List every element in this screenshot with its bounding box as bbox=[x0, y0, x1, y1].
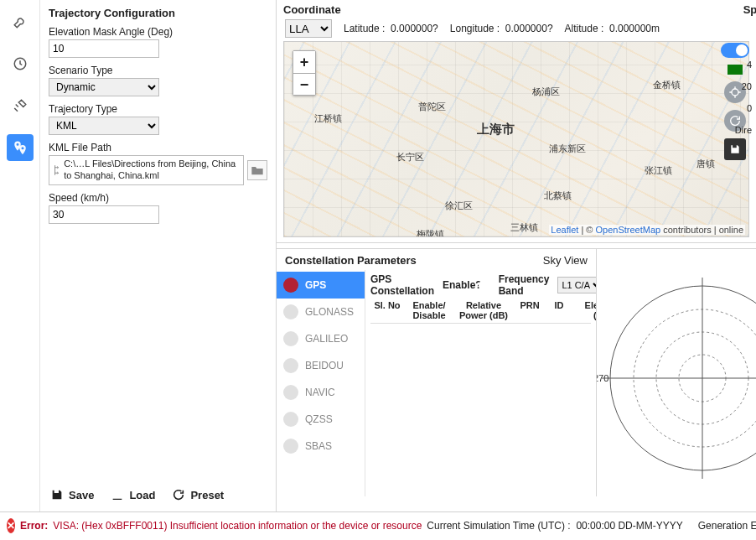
left-icon-rail bbox=[0, 0, 40, 511]
lon-value: 0.000000? bbox=[505, 23, 553, 34]
folder-icon bbox=[251, 164, 264, 176]
skyview-plot: 270 bbox=[597, 278, 756, 479]
svg-text:270: 270 bbox=[597, 373, 608, 383]
col-header: ID bbox=[546, 300, 572, 320]
gps-head-label: GPS Constellation bbox=[370, 273, 434, 297]
leaflet-link[interactable]: Leaflet bbox=[551, 225, 578, 235]
elevation-label: Elevation Mask Angle (Deg) bbox=[49, 26, 267, 38]
flag-icon bbox=[283, 358, 298, 373]
spe-val-1: 20 bbox=[725, 81, 752, 91]
constellation-nav: GPSGLONASSGALILEOBEIDOUNAVICQZSSSBAS bbox=[277, 270, 365, 496]
spe-val-2: 0 bbox=[725, 103, 752, 113]
rail-wrench[interactable] bbox=[7, 8, 34, 35]
elevation-input[interactable] bbox=[49, 39, 159, 58]
scenario-label: Scenario Type bbox=[49, 65, 267, 76]
col-header: PRN bbox=[513, 300, 546, 320]
map-place-label: 北蔡镇 bbox=[544, 190, 572, 202]
kml-path-display: C:\…L Files\Directions from Beijing, Chi… bbox=[49, 155, 244, 185]
kml-path-text: C:\…L Files\Directions from Beijing, Chi… bbox=[64, 158, 240, 182]
save-icon bbox=[729, 143, 741, 155]
load-label: Load bbox=[129, 489, 155, 501]
speed-readout-column: 4 20 0 Dire bbox=[725, 60, 752, 135]
flag-icon bbox=[283, 439, 298, 454]
col-header: Elevation (Deg) bbox=[572, 300, 596, 320]
nav-label: GLONASS bbox=[305, 306, 354, 318]
nav-label: BEIDOU bbox=[305, 360, 344, 371]
skyview-tab[interactable]: Sky View bbox=[543, 254, 588, 267]
nav-label: GALILEO bbox=[305, 333, 348, 345]
browse-folder-button[interactable] bbox=[247, 160, 267, 180]
clock-icon bbox=[13, 56, 28, 71]
freqband-select[interactable]: L1 C/A bbox=[557, 277, 596, 293]
constellation-nav-sbas[interactable]: SBAS bbox=[277, 433, 365, 460]
flag-icon bbox=[283, 278, 298, 293]
map-place-label: 普陀区 bbox=[418, 101, 446, 113]
wrench-icon bbox=[13, 14, 28, 29]
preset-button[interactable]: Preset bbox=[172, 488, 224, 501]
load-icon bbox=[111, 488, 124, 501]
preset-label: Preset bbox=[190, 489, 224, 501]
simtime-label: Current Simulation Time (UTC) : bbox=[427, 520, 570, 532]
constellation-nav-glonass[interactable]: GLONASS bbox=[277, 299, 365, 325]
col-header: Relative Power (dB) bbox=[454, 300, 513, 320]
rail-satellite[interactable] bbox=[7, 92, 34, 119]
map-place-label: 张江镇 bbox=[645, 164, 672, 177]
satellite-icon bbox=[13, 98, 28, 113]
zoom-in-button[interactable]: + bbox=[293, 51, 315, 73]
save-button[interactable]: Save bbox=[50, 488, 94, 501]
speed-input[interactable] bbox=[49, 205, 159, 224]
rail-location[interactable] bbox=[7, 134, 34, 161]
constellation-nav-galileo[interactable]: GALILEO bbox=[277, 325, 365, 352]
trajectory-config-panel: Trajectory Configuration Elevation Mask … bbox=[40, 0, 277, 511]
flag-icon bbox=[283, 331, 298, 346]
flag-icon bbox=[283, 304, 298, 319]
lon-label: Longitude : bbox=[450, 23, 500, 34]
col-header: Enable/ Disable bbox=[404, 300, 454, 320]
save-label: Save bbox=[69, 489, 94, 501]
main-area: Coordinate Spe LLA Latitude : 0.000000? … bbox=[277, 0, 756, 511]
osm-link[interactable]: OpenStreetMap bbox=[595, 225, 660, 235]
map-place-label: 徐汇区 bbox=[445, 200, 473, 212]
error-text: VISA: (Hex 0xBFFF0011) Insufficient loca… bbox=[53, 520, 422, 532]
rail-clock[interactable] bbox=[7, 50, 34, 77]
constellation-nav-gps[interactable]: GPS bbox=[277, 272, 365, 299]
map-place-label: 浦东新区 bbox=[549, 143, 586, 155]
map-place-label: 上海市 bbox=[477, 122, 515, 138]
status-bar: ✕ Error: VISA: (Hex 0xBFFF0011) Insuffic… bbox=[0, 511, 756, 538]
trajtype-select[interactable]: KML bbox=[49, 117, 159, 135]
error-icon: ✕ bbox=[7, 518, 15, 533]
nav-label: SBAS bbox=[305, 440, 332, 452]
map-place-label: 唐镇 bbox=[696, 158, 715, 170]
constellation-nav-beidou[interactable]: BEIDOU bbox=[277, 352, 365, 379]
map-place-label: 长宁区 bbox=[396, 151, 424, 164]
nav-label: GPS bbox=[305, 279, 326, 291]
speed-panel-title: Spe bbox=[743, 3, 756, 16]
constellation-nav-qzss[interactable]: QZSS bbox=[277, 406, 365, 433]
trajtype-label: Trajectory Type bbox=[49, 103, 267, 115]
load-button[interactable]: Load bbox=[111, 488, 155, 501]
spe-val-3: Dire bbox=[725, 125, 752, 135]
location-icon bbox=[13, 140, 28, 155]
gentime-label: Generation Elapsed Tim bbox=[698, 520, 756, 532]
lat-label: Latitude : bbox=[344, 23, 385, 34]
nav-label: QZSS bbox=[305, 413, 333, 425]
map-attribution: Leaflet | © OpenStreetMap contributors |… bbox=[549, 225, 745, 235]
map-place-label: 三林镇 bbox=[510, 221, 538, 234]
attr-tail: contributors | online bbox=[660, 225, 743, 235]
coordinate-panel: Coordinate Spe LLA Latitude : 0.000000? … bbox=[277, 0, 756, 243]
map-canvas[interactable]: + − 普陀区上海市杨浦区金桥镇浦东新区长宁区江桥镇徐汇区北蔡镇张江镇唐镇三林镇… bbox=[283, 41, 749, 237]
coord-format-select[interactable]: LLA bbox=[285, 19, 332, 38]
kml-label: KML File Path bbox=[49, 142, 267, 153]
sky-view-panel: 270 bbox=[597, 249, 756, 496]
save-icon bbox=[50, 488, 64, 501]
map-place-label: 杨浦区 bbox=[532, 86, 560, 98]
scenario-select[interactable]: Dynamic bbox=[49, 78, 159, 96]
enable-label: Enable? bbox=[443, 279, 482, 291]
constellation-tab[interactable]: Constellation Parameters bbox=[285, 254, 417, 267]
map-layer-toggle[interactable] bbox=[721, 43, 749, 58]
zoom-out-button[interactable]: − bbox=[293, 73, 315, 95]
alt-value: 0.000000m bbox=[609, 23, 660, 34]
simtime-value: 00:00:00 DD-MM-YYYY bbox=[576, 520, 682, 532]
constellation-nav-navic[interactable]: NAVIC bbox=[277, 379, 365, 406]
map-save-button[interactable] bbox=[724, 138, 746, 160]
